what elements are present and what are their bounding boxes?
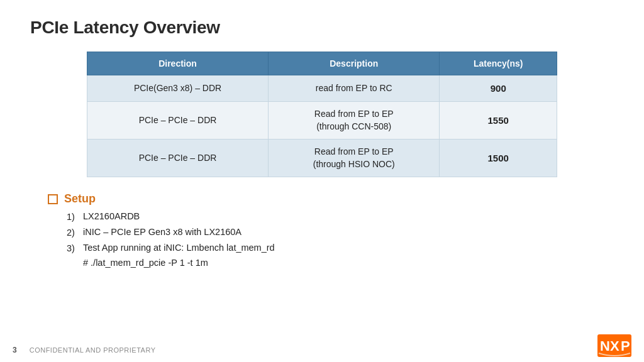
- list-num: 1): [67, 209, 83, 225]
- row2-latency: 1550: [440, 102, 557, 140]
- list-text: # ./lat_mem_rd_pcie -P 1 -t 1m: [83, 256, 208, 270]
- row2-direction: PCIe – PCIe – DDR: [87, 102, 269, 140]
- list-item: 1) LX2160ARDB: [67, 209, 614, 225]
- col-direction: Direction: [87, 52, 269, 75]
- footer: 3 CONFIDENTIAL AND PROPRIETARY: [0, 346, 644, 354]
- table-header: Direction Description Latency(ns): [87, 52, 557, 75]
- nxp-logo: N X P: [597, 334, 631, 357]
- svg-text:X: X: [610, 338, 619, 354]
- setup-header: Setup: [48, 192, 614, 206]
- svg-text:P: P: [621, 338, 630, 354]
- col-latency: Latency(ns): [440, 52, 557, 75]
- row3-description: Read from EP to EP (through HSIO NOC): [269, 140, 440, 177]
- row3-direction: PCIe – PCIe – DDR: [87, 140, 269, 177]
- list-text: iNIC – PCIe EP Gen3 x8 with LX2160A: [83, 225, 242, 239]
- list-item: 2) iNIC – PCIe EP Gen3 x8 with LX2160A: [67, 225, 614, 241]
- setup-list: 1) LX2160ARDB 2) iNIC – PCIe EP Gen3 x8 …: [67, 209, 614, 270]
- table-row: PCIe(Gen3 x8) – DDR read from EP to RC 9…: [87, 75, 557, 102]
- footer-confidential: CONFIDENTIAL AND PROPRIETARY: [30, 346, 156, 354]
- row2-description: Read from EP to EP (through CCN-508): [269, 102, 440, 140]
- list-text: LX2160ARDB: [83, 209, 140, 224]
- list-text: Test App running at iNIC: Lmbench lat_me…: [83, 241, 275, 255]
- row1-direction: PCIe(Gen3 x8) – DDR: [87, 75, 269, 102]
- row1-description: read from EP to RC: [269, 75, 440, 102]
- page-title: PCIe Latency Overview: [30, 18, 614, 38]
- nxp-logo-svg: N X P: [597, 334, 631, 357]
- setup-section: Setup 1) LX2160ARDB 2) iNIC – PCIe EP Ge…: [48, 192, 614, 270]
- row3-latency: 1500: [440, 140, 557, 177]
- setup-checkbox-icon: [48, 194, 58, 204]
- latency-table-wrapper: Direction Description Latency(ns) PCIe(G…: [87, 52, 557, 177]
- svg-text:N: N: [600, 338, 610, 354]
- row1-latency: 900: [440, 75, 557, 102]
- table-row: PCIe – PCIe – DDR Read from EP to EP (th…: [87, 102, 557, 140]
- list-num: 3): [67, 241, 83, 256]
- slide: PCIe Latency Overview Direction Descript…: [0, 0, 644, 362]
- list-num: 2): [67, 225, 83, 241]
- col-description: Description: [269, 52, 440, 75]
- setup-title: Setup: [64, 192, 96, 206]
- table-body: PCIe(Gen3 x8) – DDR read from EP to RC 9…: [87, 75, 557, 177]
- list-item: # ./lat_mem_rd_pcie -P 1 -t 1m: [67, 256, 614, 270]
- list-item: 3) Test App running at iNIC: Lmbench lat…: [67, 241, 614, 256]
- table-row: PCIe – PCIe – DDR Read from EP to EP (th…: [87, 140, 557, 177]
- footer-page-number: 3: [13, 346, 17, 354]
- latency-table: Direction Description Latency(ns) PCIe(G…: [87, 52, 557, 177]
